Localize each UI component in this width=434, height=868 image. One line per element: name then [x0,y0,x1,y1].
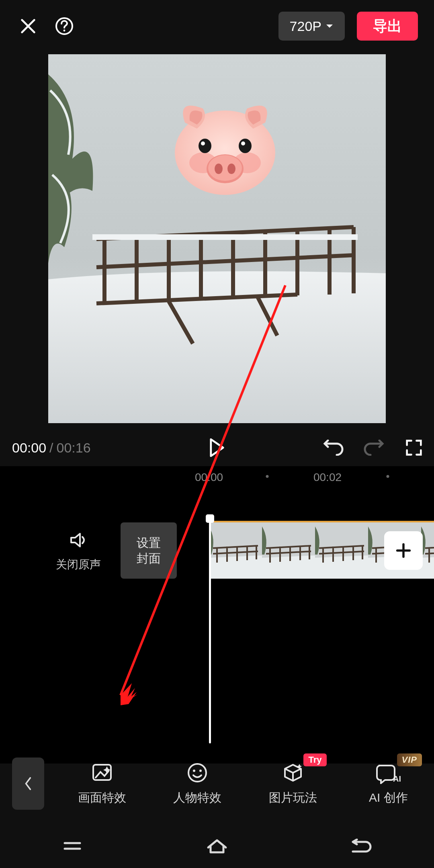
speaker-icon [69,530,88,550]
ruler-mark: 00:02 [313,471,342,484]
svg-point-25 [193,770,195,772]
timeline[interactable]: 00:00 00:02 关闭原声 设置 封面 [0,466,434,764]
ruler-mark: 00:00 [195,471,223,484]
export-label: 导出 [373,16,402,36]
svg-point-12 [208,155,242,181]
tool-screen-effects[interactable]: 画面特效 [56,762,148,806]
video-preview[interactable] [48,54,386,423]
resolution-label: 720P [290,18,321,34]
try-badge: Try [303,753,326,766]
menu-lines-icon [62,840,82,852]
smiley-icon [186,762,209,784]
timeline-ruler: 00:00 00:02 [0,466,434,490]
total-time: 00:16 [57,440,91,456]
vip-badge: VIP [397,753,422,766]
svg-point-9 [201,141,205,145]
clip-frame [262,522,315,579]
cube-sparkle-icon [282,762,304,784]
close-button[interactable] [16,14,40,38]
clip-frame [209,522,262,579]
help-button[interactable] [52,14,76,38]
tool-label: AI 创作 [369,790,408,806]
fullscreen-button[interactable] [402,436,426,460]
clip-frame [315,522,368,579]
chevron-left-icon [24,776,33,791]
chevron-down-icon [326,24,334,29]
clip-frame [421,522,434,579]
tool-label: 画面特效 [78,790,126,806]
ruler-dot [266,475,269,478]
playhead[interactable] [209,518,211,743]
tool-image-play[interactable]: Try 图片玩法 [247,762,339,806]
mute-label: 关闭原声 [52,557,104,572]
set-cover-button[interactable]: 设置 封面 [121,522,177,579]
tool-label: 人物特效 [173,790,221,806]
svg-point-1 [63,30,66,32]
svg-point-8 [239,139,252,153]
tool-person-effects[interactable]: 人物特效 [152,762,244,806]
svg-point-7 [199,139,211,153]
tool-ai-create[interactable]: VIP AI AI 创作 [343,762,434,806]
resolution-selector[interactable]: 720P [278,12,345,41]
nav-recent-button[interactable] [54,834,90,858]
back-arrow-icon [350,839,373,853]
svg-point-26 [199,770,202,772]
current-time: 00:00 [12,440,46,456]
plus-icon [395,542,412,559]
time-separator: / [49,440,53,456]
undo-button[interactable] [321,436,346,460]
svg-point-13 [215,164,223,174]
ruler-dot [387,475,389,478]
time-display: 00:00 / 00:16 [12,440,91,456]
svg-rect-3 [92,234,358,240]
toolbar-back-button[interactable] [12,757,44,810]
cover-label-line1: 设置 [137,535,161,551]
nav-home-button[interactable] [199,834,235,858]
export-button[interactable]: 导出 [357,12,418,41]
add-clip-button[interactable] [384,531,423,570]
system-nav-bar [0,824,434,868]
svg-point-10 [241,141,245,145]
home-icon [206,838,228,854]
svg-text:AI: AI [393,774,401,783]
play-button[interactable] [205,436,229,460]
pig-sticker [175,106,275,195]
redo-button[interactable] [362,436,386,460]
svg-point-24 [188,764,206,782]
svg-point-14 [227,164,235,174]
mute-original-sound[interactable]: 关闭原声 [52,530,104,572]
image-sparkle-icon [91,762,113,784]
tool-label: 图片玩法 [269,790,317,806]
cover-label-line2: 封面 [137,551,161,566]
nav-back-button[interactable] [344,834,380,858]
